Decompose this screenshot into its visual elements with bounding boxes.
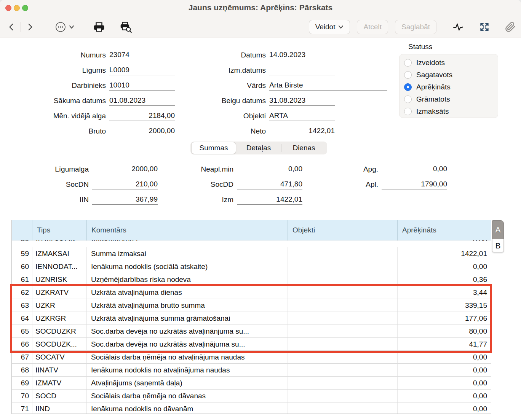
tab-summas[interactable]: Summas [191, 142, 236, 154]
ellipsis-circle-icon [54, 21, 77, 33]
status-option-gramatots[interactable]: Grāmatots [404, 93, 498, 105]
cell-num: 69 [12, 377, 32, 389]
field-value-beigu-datums[interactable]: 31.08.2023 [269, 95, 335, 106]
field-value-sakuma-datums[interactable]: 01.08.2023 [109, 95, 175, 106]
cell-objekti [288, 351, 398, 363]
rows-table: TipsKomentārsObjektiAprēķināts 58ATVILKK… [11, 220, 491, 414]
field-value-ligumalga[interactable]: 2000,00 [92, 164, 158, 174]
view-tab-b[interactable]: B [492, 239, 504, 252]
summary-column-3: Apg.0,00Apl.1790,00 [305, 159, 447, 189]
field-value-iin[interactable]: 367,99 [92, 194, 158, 205]
back-button[interactable] [7, 22, 17, 32]
field-value-datums[interactable]: 14.09.2023 [269, 50, 335, 60]
table-row-69[interactable]: 69IZMATVAtvaļinājums (saņemtā daļa)0,00 [12, 377, 491, 390]
table-row-68[interactable]: 68IINATVIenākuma nodoklis no atvaļinājum… [12, 364, 491, 377]
field-label-sakuma-datums: Sākuma datums [15, 97, 109, 106]
radio-izveidots-icon[interactable] [404, 59, 412, 67]
table-header-aprēķināts[interactable]: Aprēķināts [398, 220, 491, 240]
field-value-men-videja-alga[interactable]: 2184,00 [109, 111, 175, 121]
table-header-objekti[interactable]: Objekti [288, 220, 398, 240]
cell-tips: UZNRISK [32, 273, 87, 286]
field-value-neto[interactable]: 1422,01 [269, 126, 335, 136]
tab-dienas[interactable]: Dienas [281, 142, 326, 154]
status-option-label-izveidots: Izveidots [416, 59, 445, 67]
saglabat-button[interactable]: Saglabāt [395, 20, 436, 34]
status-option-sagatavots[interactable]: Sagatavots [404, 69, 498, 81]
status-option-izmaksats[interactable]: Izmaksāts [404, 105, 498, 118]
atcelt-button[interactable]: Atcelt [357, 20, 388, 34]
cell-komentars: Atvilkumi kopā [87, 240, 288, 241]
field-value-izm[interactable]: 1422,01 [237, 194, 302, 205]
table-row-63[interactable]: 63UZKRUzkrātā atvaļinājuma brutto summa3… [12, 299, 491, 312]
table-row-66[interactable]: 66SOCDUZK...Soc.darba devēja no uzkrātās… [12, 338, 491, 351]
table-header-num[interactable] [12, 220, 32, 240]
field-value-objekti[interactable]: ARTA [269, 111, 335, 121]
table-row-71[interactable]: 71IINDIenākuma nodoklis no dāvanām0,00 [12, 402, 491, 414]
cell-tips: IENNODAT... [32, 260, 87, 273]
field-value-numurs[interactable]: 23074 [109, 50, 175, 60]
cell-aprekinats: 0,00 [398, 240, 491, 241]
field-value-bruto[interactable]: 2000,00 [109, 126, 175, 136]
field-men-videja-alga: Mēn. vidējā alga2184,00 [15, 106, 183, 121]
expand-button[interactable] [479, 22, 490, 32]
field-neto: Neto1422,01 [175, 121, 400, 136]
field-label-neapl-min: Neapl.min [160, 165, 237, 174]
table-row-65[interactable]: 65SOCDUZKRSoc.darba devēja no uzkrātās a… [12, 325, 491, 338]
cell-objekti [288, 338, 398, 350]
field-value-ligums[interactable]: L0009 [109, 65, 175, 75]
field-ligumalga: Līgumalga2000,00 [15, 159, 158, 174]
field-value-socdd[interactable]: 471,80 [237, 179, 302, 189]
status-option-aprekinats[interactable]: Aprēķināts [404, 81, 498, 93]
table-row-59[interactable]: 59IZMAKSAISumma izmaksai1422,01 [12, 247, 491, 260]
more-options-menu[interactable] [54, 21, 77, 33]
table-row-60[interactable]: 60IENNODAT...Ienākuma nodoklis (sociālā … [12, 260, 491, 273]
paperclip-icon [505, 22, 516, 32]
print-button[interactable] [93, 21, 105, 33]
view-tab-a[interactable]: A [492, 220, 504, 239]
radio-izmaksats-icon[interactable] [404, 108, 412, 115]
field-value-neapl-min[interactable]: 0,00 [237, 164, 302, 174]
radio-aprekinats-icon[interactable] [404, 83, 412, 91]
cell-komentars: Uzkrāta atvaļinājuma dienas [87, 286, 288, 299]
cell-objekti [288, 273, 398, 286]
field-value-vards[interactable]: Ārta Birste [269, 80, 387, 91]
field-label-izm: Izm [160, 196, 237, 205]
cell-objekti [288, 312, 398, 325]
field-value-apg[interactable]: 0,00 [382, 164, 447, 174]
cell-objekti [288, 240, 398, 241]
field-label-ligumalga: Līgumalga [15, 165, 92, 174]
table-row-61[interactable]: 61UZNRISKUzņēmējdarbības riska nodeva0,3… [12, 273, 491, 286]
field-label-socdd: SocDD [160, 180, 237, 189]
table-header-komentārs[interactable]: Komentārs [87, 220, 288, 240]
field-label-objekti: Objekti [175, 112, 269, 121]
cell-num: 62 [12, 286, 32, 299]
veidot-button[interactable]: Veidot [309, 20, 350, 34]
field-value-socdn[interactable]: 210,00 [92, 179, 158, 189]
radio-sagatavots-icon[interactable] [404, 71, 412, 79]
print-preview-button[interactable] [119, 21, 133, 33]
table-row-70[interactable]: 70SOCDSociālais darba ņēmēja no dāvanas0… [12, 390, 491, 402]
chevron-left-icon [10, 24, 13, 30]
field-iin: IIN367,99 [15, 189, 158, 205]
cell-num: 60 [12, 260, 32, 273]
tab-detalas[interactable]: Detaļas [236, 142, 281, 154]
field-value-apl[interactable]: 1790,00 [382, 179, 447, 189]
table-header-tips[interactable]: Tips [32, 220, 87, 240]
cell-num: 70 [12, 390, 32, 402]
attachments-button[interactable] [505, 22, 516, 32]
field-value-izm-datums[interactable] [269, 65, 335, 75]
status-option-izveidots[interactable]: Izveidots [404, 57, 498, 69]
table-row-62[interactable]: 62UZKRATVUzkrāta atvaļinājuma dienas3,44 [12, 286, 491, 299]
cell-tips: IINATV [32, 364, 87, 376]
table-row-64[interactable]: 64UZKRGRUzkrātā atvaļinājuma summa grāma… [12, 312, 491, 325]
radio-gramatots-icon[interactable] [404, 95, 412, 103]
table-row-58[interactable]: 58ATVILKKOPAtvilkumi kopā0,00 [12, 240, 491, 247]
status-option-label-aprekinats: Aprēķināts [416, 83, 451, 91]
cell-tips: SOCDUZKR [32, 325, 87, 337]
cell-komentars: Ienākuma nodoklis (sociālā atskaite) [87, 260, 288, 273]
cell-num: 59 [12, 247, 32, 260]
table-row-67[interactable]: 67SOCATVSociālais darba ņēmēja no atvaļi… [12, 351, 491, 364]
field-value-darbinieks[interactable]: 10010 [109, 80, 175, 91]
forward-button[interactable] [25, 22, 35, 32]
activity-button[interactable] [452, 22, 464, 32]
